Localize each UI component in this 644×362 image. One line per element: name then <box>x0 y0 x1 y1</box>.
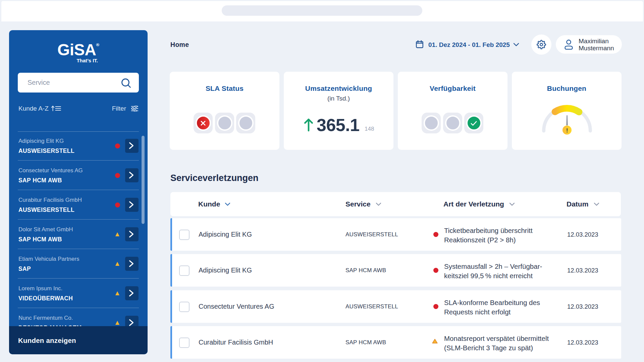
svg-text:!: ! <box>566 127 568 134</box>
